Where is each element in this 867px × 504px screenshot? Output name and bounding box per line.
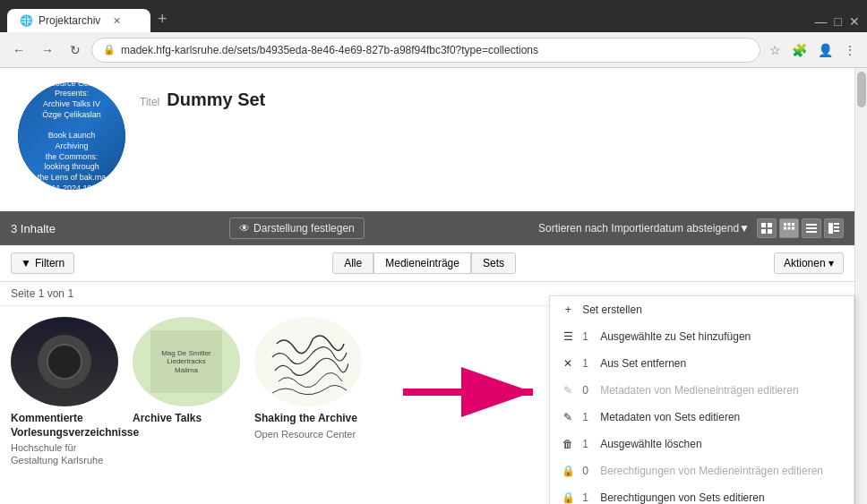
content-count: 3 Inhalte [11, 222, 56, 235]
dropdown-item-icon: ✎ [561, 410, 575, 424]
forward-button[interactable]: → [36, 39, 59, 61]
svg-rect-2 [761, 229, 766, 234]
dropdown-item[interactable]: ✕ 1 Aus Set entfernen [550, 350, 854, 377]
svg-rect-0 [761, 223, 766, 227]
media-subtitle-1: Hochschule für Gestaltung Karlsruhe [11, 441, 118, 467]
close-window-button[interactable]: ✕ [849, 14, 860, 29]
media-title-2: Archive Talks [133, 412, 240, 426]
globe-icon: 🌐 [258, 320, 270, 332]
dropdown-item-label: Metadaten von Medieneinträgen editieren [600, 384, 843, 397]
dropdown-item[interactable]: 🗑 1 Ausgewählte löschen [550, 431, 854, 457]
svg-rect-13 [828, 223, 833, 234]
menu-icon[interactable]: ⋮ [840, 39, 860, 61]
dropdown-item: 🔒 0 Berechtigungen von Medieneinträgen e… [550, 457, 854, 484]
url-text: madek.hfg-karlsruhe.de/sets/b4935eda-8e4… [121, 44, 749, 56]
svg-rect-12 [806, 231, 817, 233]
browser-window: 🌐 Projektarchiv ✕ + — □ ✕ ← → ↻ 🔒 madek.… [0, 0, 867, 68]
filter-label: Filtern [35, 257, 64, 269]
view-icon-grid2[interactable] [757, 218, 777, 238]
svg-rect-4 [784, 223, 786, 226]
tab-close-button[interactable]: ✕ [113, 15, 121, 27]
handwriting-graphic [268, 326, 348, 397]
filter-icon: ▼ [21, 257, 31, 269]
list-item[interactable]: 🌐 Mag De SmitterLiedertracksMalima Archi… [133, 317, 240, 467]
dropdown-item[interactable]: 🔒 1 Berechtigungen von Sets editieren [550, 484, 854, 504]
browser-toolbar: ← → ↻ 🔒 madek.hfg-karlsruhe.de/sets/b493… [0, 32, 867, 68]
svg-rect-6 [792, 223, 794, 226]
dropdown-item-count: 1 [582, 330, 593, 343]
minimize-button[interactable]: — [815, 14, 828, 29]
set-thumbnail: Karlsruhe OpResource CenterPresents:Arch… [18, 82, 125, 190]
tab-all[interactable]: Alle [332, 252, 373, 274]
scrollbar[interactable] [854, 68, 867, 504]
browser-toolbar-icons: ☆ 🧩 👤 ⋮ [766, 39, 860, 61]
toolbar-center: 👁 Darstellung festlegen [229, 218, 365, 239]
media-thumbnail-3: 🌐 [254, 317, 362, 406]
eye-icon: 👁 [239, 222, 250, 235]
dropdown-item-icon: 🔒 [561, 491, 575, 504]
dropdown-item[interactable]: ✎ 1 Metadaten von Sets editieren [550, 404, 854, 431]
svg-rect-14 [834, 223, 839, 225]
url-bar[interactable]: 🔒 madek.hfg-karlsruhe.de/sets/b4935eda-8… [91, 38, 760, 63]
svg-rect-5 [788, 223, 791, 226]
back-button[interactable]: ← [7, 39, 30, 61]
dropdown-item[interactable]: + Set erstellen [550, 296, 854, 323]
list-item[interactable]: 🌐 Kommentierte Vorlesungsverzeichnisse H… [11, 317, 118, 467]
dropdown-item-count: 0 [582, 465, 593, 477]
bookmark-icon[interactable]: ☆ [766, 39, 785, 61]
thumbnail-inner: Karlsruhe OpResource CenterPresents:Arch… [18, 82, 125, 190]
darstellung-label: Darstellung festlegen [253, 222, 355, 235]
arrow-graphic [403, 365, 546, 419]
account-icon[interactable]: 👤 [814, 39, 837, 61]
svg-rect-15 [834, 226, 839, 228]
tab-title: Projektarchiv [39, 14, 100, 27]
dropdown-item-label: Ausgewählte zu Set hinzufügen [600, 330, 843, 343]
page-info-text: Seite 1 von 1 [11, 287, 73, 300]
new-tab-button[interactable]: + [150, 6, 175, 32]
dropdown-item-icon: ✕ [561, 356, 575, 371]
dropdown-item-count: 1 [582, 411, 593, 423]
svg-rect-3 [768, 229, 772, 234]
dropdown-item: ✎ 0 Metadaten von Medieneinträgen editie… [550, 377, 854, 404]
svg-rect-11 [806, 227, 817, 229]
view-icon-detail[interactable] [824, 218, 844, 238]
media-title-1: Kommentierte Vorlesungsverzeichnisse [11, 412, 118, 440]
media-title-3: Shaking the Archive [254, 412, 362, 426]
filter-bar: ▼ Filtern Alle Medieneinträge Sets Aktio… [0, 245, 854, 282]
arrow-container [376, 317, 573, 467]
view-icons [757, 218, 844, 238]
svg-rect-7 [784, 227, 786, 230]
extensions-icon[interactable]: 🧩 [788, 39, 811, 61]
dropdown-item-count: 0 [582, 384, 593, 397]
content-toolbar: 3 Inhalte 👁 Darstellung festlegen Sortie… [0, 211, 854, 245]
active-tab[interactable]: 🌐 Projektarchiv ✕ [7, 9, 150, 32]
dropdown-item-icon: ☰ [561, 329, 575, 344]
dropdown-item-icon: + [561, 303, 575, 317]
view-icon-grid3[interactable] [779, 218, 799, 238]
dropdown-item-icon: 🗑 [561, 437, 575, 451]
list-item[interactable]: 🌐 Shaking the A [254, 317, 362, 467]
media-thumbnail-1: 🌐 [11, 317, 118, 406]
dropdown-item-icon: 🔒 [561, 464, 575, 478]
tab-media[interactable]: Medieneinträge [373, 252, 471, 274]
tab-favicon: 🌐 [20, 14, 33, 27]
dropdown-item-count: 1 [582, 491, 593, 504]
svg-rect-10 [806, 224, 817, 226]
view-icon-list[interactable] [802, 218, 821, 238]
dropdown-item-count: 1 [582, 357, 593, 370]
tab-sets[interactable]: Sets [471, 252, 516, 274]
scrollbar-thumb[interactable] [857, 72, 866, 107]
maximize-button[interactable]: □ [835, 14, 842, 29]
darstellung-button[interactable]: 👁 Darstellung festlegen [229, 218, 365, 239]
content-header: Karlsruhe OpResource CenterPresents:Arch… [0, 68, 854, 211]
refresh-button[interactable]: ↻ [64, 39, 86, 61]
svg-rect-1 [768, 223, 772, 227]
title-label: Titel [140, 96, 159, 108]
filter-button[interactable]: ▼ Filtern [11, 252, 74, 274]
dropdown-item[interactable]: ☰ 1 Ausgewählte zu Set hinzufügen [550, 323, 854, 350]
svg-rect-8 [788, 227, 791, 230]
dropdown-item-label: Set erstellen [582, 303, 843, 316]
set-title: Dummy Set [167, 90, 265, 110]
dropdown-item-label: Metadaten von Sets editieren [600, 411, 843, 423]
aktionen-button[interactable]: Aktionen ▾ [774, 252, 844, 274]
